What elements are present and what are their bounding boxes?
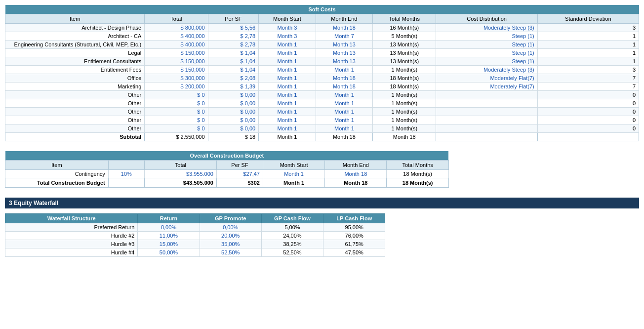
wf-gp-cash-flow: 38,25%	[261, 240, 323, 248]
sc-item: Other	[5, 116, 145, 124]
wf-lp-cash-flow: 61,75%	[323, 240, 385, 248]
ocb-table: Overall Construction Budget Item Total P…	[5, 151, 449, 188]
wf-structure: Preferred Return	[5, 223, 138, 232]
ocb-col-item: Item	[5, 161, 109, 170]
sc-month-end: Month 18	[316, 24, 372, 32]
ocb-col-per-sf: Per SF	[216, 161, 263, 170]
sc-std-dev: 0	[537, 108, 639, 116]
subtotal-std	[537, 133, 639, 141]
sc-month-start: Month 1	[259, 66, 316, 74]
soft-costs-section: Soft Costs Item Total Per SF Month Start…	[5, 5, 639, 141]
sc-total-months: 13 Month(s)	[373, 41, 436, 49]
sc-distribution	[436, 124, 537, 133]
sc-std-dev: 3	[537, 24, 639, 32]
ocb-total-months: 18 Month(s)	[387, 170, 448, 178]
col-cost-dist: Cost Distribution	[436, 14, 537, 24]
sc-month-start: Month 1	[259, 82, 316, 91]
sc-per-sf: $ 0,00	[208, 108, 259, 116]
wf-lp-cash-flow: 76,00%	[323, 232, 385, 240]
sc-month-end: Month 13	[316, 49, 372, 57]
sc-month-end: Month 13	[316, 41, 372, 49]
sc-std-dev: 0	[537, 116, 639, 124]
sc-item: Architect - Design Phase	[5, 24, 145, 32]
sc-month-end: Month 1	[316, 66, 372, 74]
soft-costs-subtotal: Subtotal $ 2.550,000 $ 18 Month 1 Month …	[5, 133, 639, 141]
wf-col-lp-cash-flow: LP Cash Flow	[323, 214, 385, 223]
ocb-month-end: Month 18	[325, 170, 387, 178]
sc-month-end: Month 1	[316, 124, 372, 133]
sc-per-sf: $ 0,00	[208, 99, 259, 108]
wf-gp-promote: 0,00%	[200, 223, 261, 232]
sc-item: Other	[5, 108, 145, 116]
sc-distribution	[436, 108, 537, 116]
wf-row: Hurdle #4 50,00% 52,50% 52,50% 47,50%	[5, 248, 385, 257]
subtotal-total: $ 2.550,000	[145, 133, 208, 141]
sc-per-sf: $ 5,56	[208, 24, 259, 32]
wf-gp-cash-flow: 24,00%	[261, 232, 323, 240]
sc-month-start: Month 1	[259, 91, 316, 99]
sc-distribution: Moderately Steep (3)	[436, 24, 537, 32]
sc-distribution: Steep (1)	[436, 32, 537, 41]
sc-month-start: Month 1	[259, 57, 316, 66]
ocb-col-month-start: Month Start	[263, 161, 324, 170]
col-month-start: Month Start	[259, 14, 316, 24]
wf-gp-promote: 20,00%	[200, 232, 261, 240]
subtotal-total-months: Month 18	[373, 133, 436, 141]
sc-total: $ 0	[145, 108, 208, 116]
sc-item: Other	[5, 124, 145, 133]
sc-per-sf: $ 1,39	[208, 82, 259, 91]
col-month-end: Month End	[316, 14, 372, 24]
wf-col-return: Return	[138, 214, 200, 223]
sc-distribution: Moderately Flat(7)	[436, 74, 537, 82]
sc-month-start: Month 1	[259, 49, 316, 57]
sc-month-start: Month 3	[259, 32, 316, 41]
soft-costs-row: Entitlement Consultants $ 150,000 $ 1,04…	[5, 57, 639, 66]
sc-std-dev: 0	[537, 91, 639, 99]
wf-structure: Hurdle #4	[5, 248, 138, 257]
sc-per-sf: $ 0,00	[208, 124, 259, 133]
equity-waterfall-title-bar: 3 Equity Waterfall	[5, 198, 639, 208]
sc-std-dev: 1	[537, 57, 639, 66]
wf-row: Hurdle #3 15,00% 35,00% 38,25% 61,75%	[5, 240, 385, 248]
ocb-total-month-end: Month 18	[325, 178, 387, 188]
sc-total: $ 150,000	[145, 66, 208, 74]
sc-per-sf: $ 1,04	[208, 57, 259, 66]
soft-costs-row: Architect - Design Phase $ 800,000 $ 5,5…	[5, 24, 639, 32]
soft-costs-row: Other $ 0 $ 0,00 Month 1 Month 1 1 Month…	[5, 108, 639, 116]
subtotal-month-end: Month 18	[316, 133, 372, 141]
sc-per-sf: $ 1,04	[208, 49, 259, 57]
soft-costs-row: Other $ 0 $ 0,00 Month 1 Month 1 1 Month…	[5, 99, 639, 108]
sc-std-dev: 3	[537, 66, 639, 74]
ocb-title: Overall Construction Budget	[5, 151, 449, 161]
sc-item: Legal	[5, 49, 145, 57]
sc-std-dev: 7	[537, 74, 639, 82]
sc-total: $ 0	[145, 99, 208, 108]
sc-total: $ 300,000	[145, 74, 208, 82]
subtotal-per-sf: $ 18	[208, 133, 259, 141]
sc-month-start: Month 1	[259, 99, 316, 108]
sc-total-months: 1 Month(s)	[373, 91, 436, 99]
wf-return: 8,00%	[138, 223, 200, 232]
sc-month-start: Month 1	[259, 41, 316, 49]
sc-std-dev: 0	[537, 99, 639, 108]
sc-item: Entitlement Fees	[5, 66, 145, 74]
col-per-sf: Per SF	[208, 14, 259, 24]
sc-month-end: Month 18	[316, 74, 372, 82]
sc-total-months: 18 Month(s)	[373, 74, 436, 82]
wf-gp-promote: 52,50%	[200, 248, 261, 257]
sc-month-end: Month 13	[316, 57, 372, 66]
wf-structure: Hurdle #3	[5, 240, 138, 248]
ocb-total-months: 18 Month(s)	[387, 178, 448, 188]
sc-distribution: Moderately Flat(7)	[436, 82, 537, 91]
col-item: Item	[5, 14, 145, 24]
sc-per-sf: $ 2,78	[208, 41, 259, 49]
sc-total-months: 1 Month(s)	[373, 108, 436, 116]
sc-per-sf: $ 0,00	[208, 116, 259, 124]
sc-total-months: 18 Month(s)	[373, 82, 436, 91]
ocb-total-row: Total Construction Budget $43.505.000 $3…	[5, 178, 449, 188]
ocb-col-header: Item Total Per SF Month Start Month End …	[5, 161, 449, 170]
soft-costs-row: Engineering Consultants (Structural, Civ…	[5, 41, 639, 49]
equity-waterfall-title: 3 Equity Waterfall	[9, 200, 58, 206]
waterfall-section: Waterfall Structure Return GP Promote GP…	[5, 213, 639, 257]
sc-month-end: Month 1	[316, 116, 372, 124]
